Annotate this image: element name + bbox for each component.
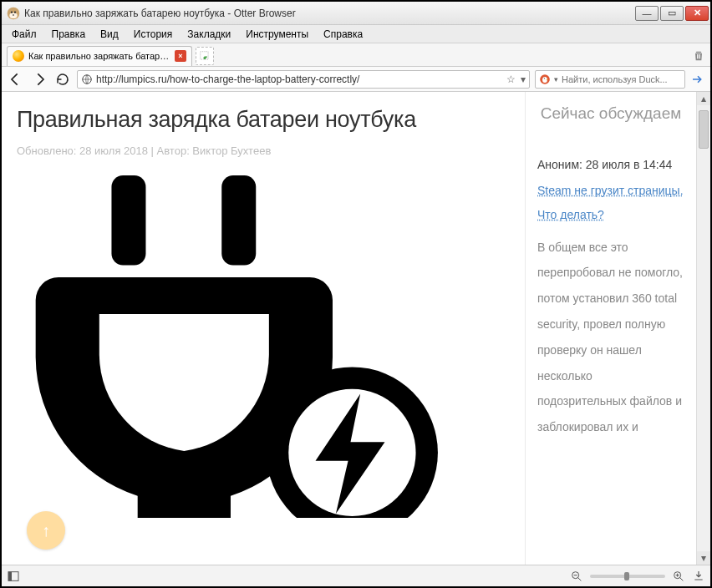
back-button[interactable] <box>7 70 25 89</box>
article-figure <box>17 175 525 518</box>
search-bar[interactable]: ▾ <box>535 70 685 89</box>
menu-history[interactable]: История <box>127 27 180 42</box>
forward-button[interactable] <box>30 70 48 89</box>
new-tab-button[interactable] <box>196 47 214 65</box>
svg-rect-10 <box>699 54 700 58</box>
window-title: Как правильно заряжать батарею ноутбука … <box>24 8 635 19</box>
zoom-slider[interactable] <box>590 575 665 578</box>
maximize-button[interactable]: ▭ <box>660 6 684 21</box>
download-icon[interactable] <box>692 570 705 583</box>
otter-icon <box>7 7 20 20</box>
viewport: Правильная зарядка батареи ноутбука Обно… <box>2 92 710 565</box>
svg-rect-20 <box>8 571 12 580</box>
titlebar: Как правильно заряжать батарею ноутбука … <box>2 2 710 25</box>
sidebar: Сейчас обсуждаем Аноним: 28 июля в 14:44… <box>525 92 696 565</box>
comment-link[interactable]: Steam не грузит страницы. Что делать? <box>537 179 684 228</box>
article-title: Правильная зарядка батареи ноутбука <box>17 107 525 133</box>
chevron-down-icon[interactable]: ▾ <box>554 75 558 84</box>
menu-view[interactable]: Вид <box>94 27 125 42</box>
navigation-toolbar: ☆ ▾ ▾ <box>2 67 710 92</box>
svg-line-25 <box>679 577 683 580</box>
scroll-top-button[interactable]: ↑ <box>27 511 65 550</box>
go-button[interactable] <box>690 72 705 87</box>
tab[interactable]: Как правильно заряжать батарею но... × <box>7 46 192 66</box>
menu-bookmarks[interactable]: Закладки <box>181 27 237 42</box>
svg-point-14 <box>544 78 545 79</box>
sidebar-heading: Сейчас обсуждаем <box>537 104 684 124</box>
vertical-scrollbar[interactable]: ▴ ▾ <box>696 92 710 565</box>
svg-rect-8 <box>697 54 698 58</box>
address-bar[interactable]: ☆ ▾ <box>77 70 530 89</box>
trash-icon[interactable] <box>692 49 705 63</box>
article-meta: Обновлено: 28 июля 2018 | Автор: Виктор … <box>17 144 525 157</box>
tab-favicon <box>13 50 24 62</box>
scroll-thumb[interactable] <box>699 110 709 149</box>
url-input[interactable] <box>96 74 503 85</box>
comment-author: Аноним: 28 июля в 14:44 <box>537 155 684 175</box>
svg-line-22 <box>577 577 581 580</box>
scroll-track[interactable] <box>697 105 710 551</box>
scroll-down-button[interactable]: ▾ <box>697 551 710 565</box>
menubar: Файл Правка Вид История Закладки Инструм… <box>2 25 710 43</box>
svg-rect-15 <box>111 175 145 265</box>
status-bar <box>2 565 710 586</box>
scroll-up-button[interactable]: ▴ <box>697 92 710 105</box>
chevron-down-icon[interactable]: ▾ <box>521 74 526 85</box>
duckduckgo-icon <box>539 74 551 85</box>
close-button[interactable]: ✕ <box>685 6 709 21</box>
plug-lightning-icon <box>17 175 443 518</box>
menu-tools[interactable]: Инструменты <box>239 27 315 42</box>
new-tab-icon <box>199 50 211 62</box>
tab-bar: Как правильно заряжать батарею но... × <box>2 43 710 67</box>
comment-body: В общем все это перепробовал не помогло,… <box>537 235 684 440</box>
close-tab-icon[interactable]: × <box>175 50 186 62</box>
reload-button[interactable] <box>53 70 72 89</box>
zoom-out-icon[interactable] <box>570 570 583 583</box>
search-input[interactable] <box>562 74 681 84</box>
sidebar-toggle-icon[interactable] <box>7 570 20 583</box>
menu-help[interactable]: Справка <box>317 27 369 42</box>
globe-icon <box>81 74 93 85</box>
svg-point-3 <box>14 11 16 13</box>
star-icon[interactable]: ☆ <box>506 74 516 85</box>
svg-point-4 <box>13 14 14 16</box>
page-content: Правильная зарядка батареи ноутбука Обно… <box>2 92 696 565</box>
svg-rect-7 <box>203 57 206 58</box>
menu-edit[interactable]: Правка <box>45 27 93 42</box>
zoom-in-icon[interactable] <box>672 570 685 583</box>
tab-title: Как правильно заряжать батарею но... <box>28 51 170 61</box>
svg-rect-16 <box>221 175 256 265</box>
menu-file[interactable]: Файл <box>5 27 43 42</box>
svg-point-2 <box>11 11 13 13</box>
svg-rect-9 <box>699 54 699 58</box>
minimize-button[interactable]: — <box>635 6 659 21</box>
